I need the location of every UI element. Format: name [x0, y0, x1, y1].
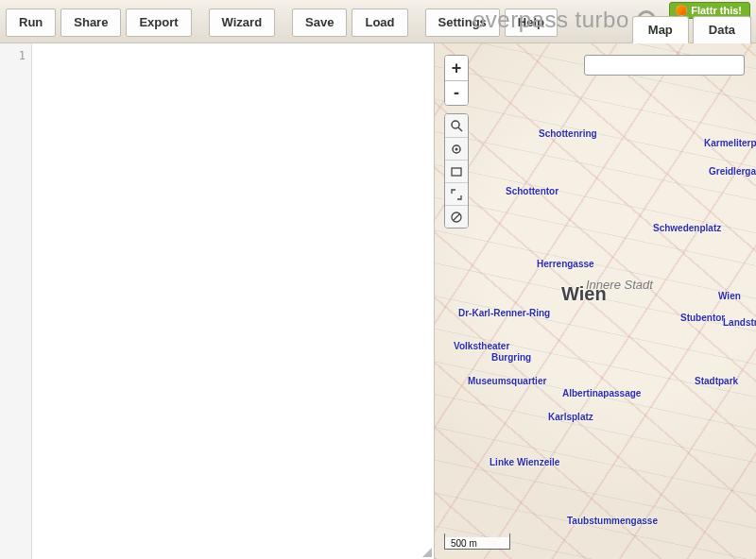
topbar: Run Share Export Wizard Save Load Settin… — [0, 0, 756, 43]
map-place-label: Wien — [718, 291, 741, 301]
run-button[interactable]: Run — [6, 8, 56, 37]
svg-line-6 — [454, 213, 460, 220]
export-button[interactable]: Export — [126, 8, 191, 37]
map-place-label: Taubstummengasse — [567, 516, 658, 526]
map-place-label: Dr-Karl-Renner-Ring — [458, 308, 550, 318]
bbox-icon — [450, 165, 463, 178]
load-button[interactable]: Load — [352, 8, 407, 37]
map-fullscreen-tool[interactable] — [445, 182, 468, 205]
wizard-button[interactable]: Wizard — [209, 8, 276, 37]
map-place-label: Karlsplatz — [548, 412, 593, 422]
search-icon — [450, 119, 463, 132]
map-place-label: Schottentor — [506, 186, 558, 196]
locate-icon — [450, 143, 463, 156]
map-place-label: Museumsquartier — [468, 376, 546, 386]
map-clear-tool[interactable] — [445, 205, 468, 228]
map-place-label: Volkstheater — [454, 341, 509, 351]
map-district-label: Innere Stadt — [586, 278, 653, 292]
fullscreen-icon — [450, 188, 463, 201]
map-place-label: Burgring — [491, 352, 531, 363]
map-canvas[interactable]: Wien Innere Stadt Museumsquartier Schwed… — [435, 43, 756, 559]
save-button[interactable]: Save — [292, 8, 347, 37]
map-bbox-tool[interactable] — [445, 160, 468, 182]
line-number: 1 — [0, 49, 26, 62]
svg-point-0 — [452, 121, 459, 128]
map-place-label: Schottenring — [539, 128, 597, 139]
map-pane[interactable]: Wien Innere Stadt Museumsquartier Schwed… — [435, 43, 756, 559]
share-button[interactable]: Share — [60, 8, 121, 37]
flattr-label: Flattr this! — [691, 5, 742, 16]
brand-text: overpass turbo — [472, 7, 629, 33]
brand: overpass turbo — [472, 7, 656, 33]
map-locate-tool[interactable] — [445, 137, 468, 160]
zoom-control: + - — [444, 55, 469, 106]
tab-map[interactable]: Map — [632, 16, 689, 43]
map-place-label: Herrengasse — [537, 259, 594, 269]
map-place-label: Schwedenplatz — [653, 223, 721, 233]
map-place-label: Landstraße — [723, 317, 756, 328]
editor-resize-handle[interactable] — [421, 546, 432, 557]
zoom-out-button[interactable]: - — [445, 80, 468, 105]
map-place-label: Linke Wienzeile — [490, 457, 559, 467]
map-place-label: Albertinapassage — [562, 388, 641, 398]
map-search-input[interactable] — [585, 56, 744, 75]
map-place-label: Stadtpark — [695, 376, 738, 386]
map-place-label: Stubentor — [680, 313, 725, 323]
main: 1 Wien Innere Stadt Museumsquartier Schw… — [0, 43, 756, 559]
editor-pane: 1 — [0, 43, 435, 559]
map-search-tool[interactable] — [445, 114, 468, 137]
flattr-icon — [676, 5, 687, 16]
editor-content[interactable] — [32, 43, 434, 559]
map-tool-stack — [444, 113, 469, 229]
svg-line-1 — [458, 127, 462, 131]
tab-data[interactable]: Data — [693, 16, 751, 43]
editor-gutter: 1 — [0, 43, 32, 559]
map-place-label: Greidlergasse — [709, 166, 756, 177]
map-scale-bar: 500 m — [444, 537, 510, 550]
map-place-label: Karmeliterplatz — [704, 138, 756, 148]
svg-rect-4 — [452, 168, 461, 176]
clear-icon — [450, 211, 463, 224]
zoom-in-button[interactable]: + — [445, 56, 468, 80]
svg-point-3 — [455, 147, 458, 150]
map-search-box — [584, 55, 745, 76]
view-tabs: Map Data — [632, 16, 751, 43]
